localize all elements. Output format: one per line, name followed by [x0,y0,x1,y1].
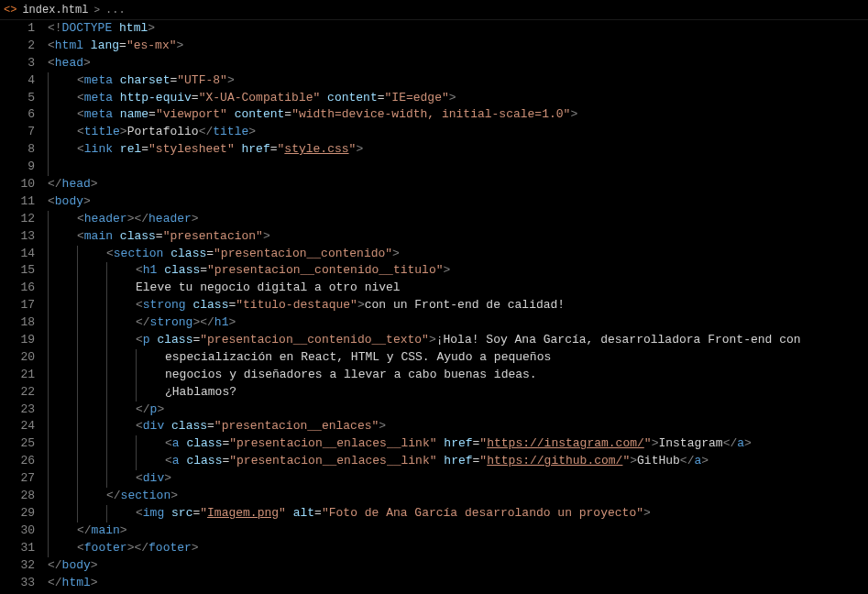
code-token: < [77,541,84,555]
code-token: Instagram [658,436,722,450]
code-line[interactable]: especialización en React, HTML y CSS. Ay… [48,349,868,367]
code-token: > [248,125,256,138]
code-token [320,91,327,104]
code-line[interactable]: <p class="presentacion__contenido__texto… [48,332,868,349]
code-token: > [91,558,98,572]
code-token: < [48,194,55,208]
code-line[interactable]: </body> [48,557,868,575]
code-line[interactable]: <body> [48,193,868,211]
code-line[interactable]: <div> [48,470,868,488]
code-line[interactable]: </head> [48,176,868,193]
indent-guide [77,470,78,488]
code-token: section [114,247,164,260]
code-line[interactable]: <html lang="es-mx"> [48,38,868,55]
indent-guide [48,332,49,349]
indent-guide [106,470,107,488]
code-token: h1 [143,263,158,277]
code-token [164,506,171,520]
code-token: > [429,333,436,346]
code-token: = [378,91,385,104]
line-number: 13 [0,228,35,246]
code-line[interactable]: <header></header> [48,211,868,228]
indent-guide [106,384,107,402]
code-token: </ [136,315,150,329]
code-line[interactable]: negocios y diseñadores a llevar a cabo b… [48,367,868,384]
code-token: src [171,506,192,520]
code-line[interactable]: <strong class="titulo-destaque">con un F… [48,297,868,314]
line-number: 2 [0,38,35,55]
code-token: > [570,107,577,121]
code-token: > [157,402,164,416]
code-token: </ [723,436,738,450]
indent-guide [106,280,107,297]
indent-guide [48,106,49,124]
code-line[interactable]: <title>Portafolio</title> [48,124,868,141]
code-token: "UTF-8" [177,73,227,87]
code-line[interactable]: </p> [48,402,868,419]
code-token: > [148,21,155,35]
line-number: 5 [0,90,35,107]
code-line[interactable]: </main> [48,522,868,540]
line-number: 20 [0,349,35,367]
line-number: 16 [0,280,35,297]
code-line[interactable]: <img src="Imagem.png" alt="Foto de Ana G… [48,505,868,522]
code-line[interactable]: Eleve tu negocio digital a otro nivel [48,280,868,297]
code-token: = [314,506,322,520]
code-line[interactable]: <meta http-equiv="X-UA-Compatible" conte… [48,90,868,107]
breadcrumb-filename[interactable]: index.html [22,2,88,18]
line-number: 25 [0,435,35,453]
code-token: https://instagram.com/ [487,436,644,450]
code-token [113,229,120,243]
indent-guide [136,349,137,367]
code-token: > [701,454,709,468]
code-line[interactable]: <footer></footer> [48,540,868,557]
breadcrumb-trail[interactable]: ... [105,2,126,18]
code-editor[interactable]: 1234567891011121314151617181920212223242… [0,20,868,594]
code-token: class [186,436,222,450]
code-line[interactable]: <main class="presentacion"> [48,228,868,246]
code-line[interactable]: </strong></h1> [48,314,868,332]
indent-guide [77,488,78,505]
code-line[interactable]: <link rel="stylesheet" href="style.css"> [48,141,868,159]
breadcrumb-bar: <> index.html > ... [0,0,868,20]
code-line[interactable]: <!DOCTYPE html> [48,20,868,38]
code-token: </ [106,489,121,502]
code-line[interactable]: ¿Hablamos? [48,384,868,402]
code-token: < [77,229,84,243]
code-line[interactable]: <head> [48,55,868,72]
code-line[interactable]: <a class="presentacion__enlaces__link" h… [48,435,868,453]
code-token: > [744,436,752,450]
code-token [164,419,171,433]
code-line[interactable]: <h1 class="presentacion__contenido__titu… [48,262,868,280]
code-token: > [176,38,183,52]
indent-guide [77,367,78,384]
code-token: < [77,107,84,121]
code-line[interactable]: </html> [48,575,868,592]
code-token: html [55,38,83,52]
indent-guide [48,384,49,402]
code-line[interactable]: <meta charset="UTF-8"> [48,72,868,90]
indent-guide [48,314,49,332]
line-number: 21 [0,367,35,384]
code-token: > [192,541,199,555]
code-token: " [479,454,487,468]
code-token: style.css [284,142,348,156]
code-line[interactable]: <section class="presentacion__contenido"… [48,246,868,263]
code-content[interactable]: <!DOCTYPE html><html lang="es-mx"><head>… [48,20,868,594]
code-token: section [121,489,171,502]
line-number: 3 [0,55,35,72]
code-token: < [77,91,84,104]
code-token: header [148,212,192,226]
code-line[interactable]: <div class="presentacion__enlaces"> [48,418,868,435]
code-token: "viewport" [156,107,227,121]
indent-guide [106,402,107,419]
code-line[interactable]: </section> [48,488,868,505]
code-line[interactable] [48,159,868,176]
indent-guide [48,488,49,505]
code-token: > [120,125,127,138]
code-line[interactable]: <meta name="viewport" content="width=dev… [48,106,868,124]
code-line[interactable]: <a class="presentacion__enlaces__link" h… [48,453,868,470]
code-token [113,91,120,104]
indent-guide [106,418,107,435]
code-token: = [206,247,214,260]
